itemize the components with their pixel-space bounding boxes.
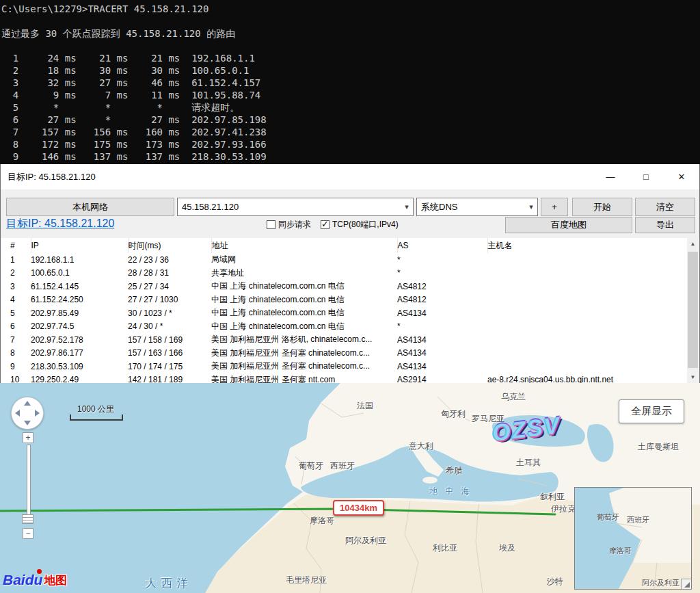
zoom-out-button[interactable]: − (23, 528, 33, 539)
table-row[interactable]: 461.152.24.25027 / 27 / 1030中国 上海 chinat… (10, 293, 671, 307)
minimap-label-algeria: 阿尔及利亚 (642, 578, 679, 588)
col-header-time[interactable]: 时间(ms) (128, 238, 211, 253)
table-row[interactable]: 5202.97.85.4930 / 1023 / *中国 上海 chinatel… (10, 306, 671, 320)
sync-request-checkbox[interactable]: 同步请求 (267, 219, 311, 230)
terminal-line: 9 146 ms 137 ms 137 ms 218.30.53.109 (1, 150, 700, 163)
checkbox-checked-icon[interactable]: ✓ (321, 220, 329, 229)
terminal-line: 6 27 ms * 27 ms 202.97.85.198 (1, 114, 700, 126)
table-row[interactable]: 2100.65.0.128 / 28 / 31共享地址* (10, 267, 671, 280)
map-label-algeria: 阿尔及利亚 (345, 535, 386, 546)
scroll-down-icon[interactable]: ▼ (687, 371, 699, 383)
terminal-window: C:\Users\12279>TRACERT 45.158.21.120 通过最… (0, 0, 700, 164)
target-ip-link[interactable]: 目标IP: 45.158.21.120 (6, 217, 114, 231)
map-label-france: 法国 (357, 400, 373, 412)
distance-badge: 10434km (333, 500, 384, 516)
map-label-iraq: 伊拉克 (551, 503, 576, 515)
zoom-in-button[interactable]: + (23, 432, 33, 443)
col-header-ip[interactable]: IP (31, 238, 128, 253)
minimap-label-morocco: 摩洛哥 (609, 546, 632, 556)
map-label-syria: 叙利亚 (540, 491, 565, 503)
close-button[interactable]: ✕ (664, 164, 699, 189)
sync-request-label: 同步请求 (278, 219, 311, 230)
baidu-map-panel[interactable]: 1000 公里 + − 全屏显示 10434km OZSV 乌克兰 法国 匈牙利… (0, 383, 700, 593)
chevron-down-icon[interactable]: ▾ (525, 202, 537, 211)
hops-table: # IP 时间(ms) 地址 AS 主机名 1192.168.1.122 / 2… (10, 238, 671, 383)
table-row[interactable]: 7202.97.52.178157 / 158 / 169美国 加利福尼亚州 洛… (10, 333, 671, 347)
scroll-up-icon[interactable]: ▲ (687, 238, 699, 250)
map-label-hungary: 匈牙利 (441, 408, 466, 420)
map-label-atlantic: 大西洋 (146, 577, 193, 591)
col-header-hop[interactable]: # (10, 238, 31, 253)
table-row[interactable]: 361.152.4.14525 / 27 / 34中国 上海 chinatele… (10, 280, 671, 293)
terminal-line: 通过最多 30 个跃点跟踪到 45.158.21.120 的路由 (1, 27, 700, 40)
scrollbar-thumb[interactable] (688, 252, 698, 368)
minimap-terrain (575, 488, 691, 589)
table-row[interactable]: 8202.97.86.177157 / 163 / 166美国 加利福尼亚州 圣… (10, 347, 671, 360)
maximize-button[interactable]: □ (628, 164, 664, 189)
col-header-host[interactable]: 主机名 (487, 238, 671, 253)
zoom-slider-track[interactable] (27, 445, 31, 516)
zoom-slider-handle[interactable] (22, 514, 33, 524)
target-ip-combobox[interactable]: 45.158.21.120 ▾ (177, 198, 414, 216)
title-bar: 目标IP: 45.158.21.120 — □ ✕ (1, 164, 699, 189)
target-ip-value: 45.158.21.120 (178, 202, 401, 212)
table-scrollbar[interactable]: ▲ ▼ (687, 238, 699, 383)
minimap-label-portugal: 葡萄牙 (597, 512, 619, 523)
baidu-logo-suffix: 地图 (44, 572, 67, 588)
map-label-turkmenistan: 土库曼斯坦 (638, 441, 679, 453)
table-row[interactable]: 10129.250.2.49142 / 181 / 189美国 加利福尼亚州 圣… (10, 373, 671, 384)
minimap-label-spain: 西班牙 (627, 515, 649, 525)
terminal-line: 8 172 ms 175 ms 173 ms 202.97.93.166 (1, 138, 700, 150)
start-button[interactable]: 开始 (572, 198, 632, 216)
col-header-as[interactable]: AS (397, 238, 487, 253)
pan-right-icon[interactable] (35, 410, 40, 417)
map-label-italy: 意大利 (409, 440, 433, 452)
map-scale-label: 1000 公里 (68, 404, 123, 415)
terminal-line: 5 * * * 请求超时。 (1, 101, 700, 114)
minimize-button[interactable]: — (593, 164, 628, 189)
terminal-line: 2 18 ms 30 ms 30 ms 100.65.0.1 (1, 64, 700, 77)
hops-table-area: # IP 时间(ms) 地址 AS 主机名 1192.168.1.122 / 2… (1, 238, 699, 383)
pan-down-icon[interactable] (24, 421, 31, 425)
map-label-egypt: 埃及 (499, 542, 515, 554)
col-header-address[interactable]: 地址 (211, 238, 397, 253)
local-network-button[interactable]: 本机网络 (6, 198, 174, 216)
chevron-down-icon[interactable]: ▾ (401, 202, 413, 211)
table-row[interactable]: 9218.30.53.109170 / 174 / 175美国 加利福尼亚州 圣… (10, 360, 671, 373)
window-controls: — □ ✕ (593, 164, 699, 189)
terminal-line: 1 24 ms 21 ms 21 ms 192.168.1.1 (1, 52, 700, 64)
dns-value: 系统DNS (417, 201, 525, 213)
terminal-line: 3 32 ms 27 ms 46 ms 61.152.4.157 (1, 77, 700, 89)
checkbox-unchecked-icon[interactable] (267, 220, 275, 229)
table-row[interactable]: 6202.97.74.524 / 30 / *中国 上海 chinateleco… (10, 320, 671, 334)
map-label-portugal: 葡萄牙 (299, 460, 323, 472)
table-header-row: # IP 时间(ms) 地址 AS 主机名 (10, 238, 671, 253)
add-target-button[interactable]: + (541, 198, 568, 216)
clear-button[interactable]: 清空 (635, 198, 695, 216)
window-title: 目标IP: 45.158.21.120 (8, 171, 96, 183)
terminal-line (1, 15, 700, 27)
terminal-line: C:\Users\12279>TRACERT 45.158.21.120 (1, 3, 700, 15)
baidu-logo: Baidu 地图 (3, 572, 67, 588)
export-button[interactable]: 导出 (635, 217, 695, 233)
dns-combobox[interactable]: 系统DNS ▾ (416, 198, 538, 216)
paw-icon (37, 569, 42, 574)
pan-left-icon[interactable] (15, 410, 20, 417)
tracer-app-window: 目标IP: 45.158.21.120 — □ ✕ 本机网络 45.158.21… (0, 164, 700, 383)
pan-up-icon[interactable] (24, 401, 31, 406)
map-label-ukraine: 乌克兰 (501, 391, 526, 403)
minimap-toggle-button[interactable] (681, 579, 691, 589)
terminal-line: 4 9 ms 7 ms 11 ms 101.95.88.74 (1, 89, 700, 101)
table-row[interactable]: 1192.168.1.122 / 23 / 36局域网* (10, 253, 671, 267)
map-label-mauritania: 毛里塔尼亚 (286, 575, 327, 586)
terminal-line: 7 157 ms 156 ms 160 ms 202.97.41.238 (1, 126, 700, 138)
tcp-port-checkbox[interactable]: ✓ TCP(80端口,IPv4) (321, 219, 399, 230)
overview-minimap[interactable]: 葡萄牙 西班牙 摩洛哥 阿尔及利亚 (574, 487, 692, 590)
pan-compass-control[interactable] (11, 397, 44, 430)
baidu-map-button[interactable]: 百度地图 (505, 217, 632, 233)
map-label-morocco: 摩洛哥 (310, 515, 334, 527)
fullscreen-button[interactable]: 全屏显示 (619, 399, 684, 423)
tcp-port-label: TCP(80端口,IPv4) (332, 219, 399, 230)
screen: { "colors": { "route_green": "#2f9e34", … (0, 0, 700, 593)
map-scale-bar (70, 414, 123, 421)
